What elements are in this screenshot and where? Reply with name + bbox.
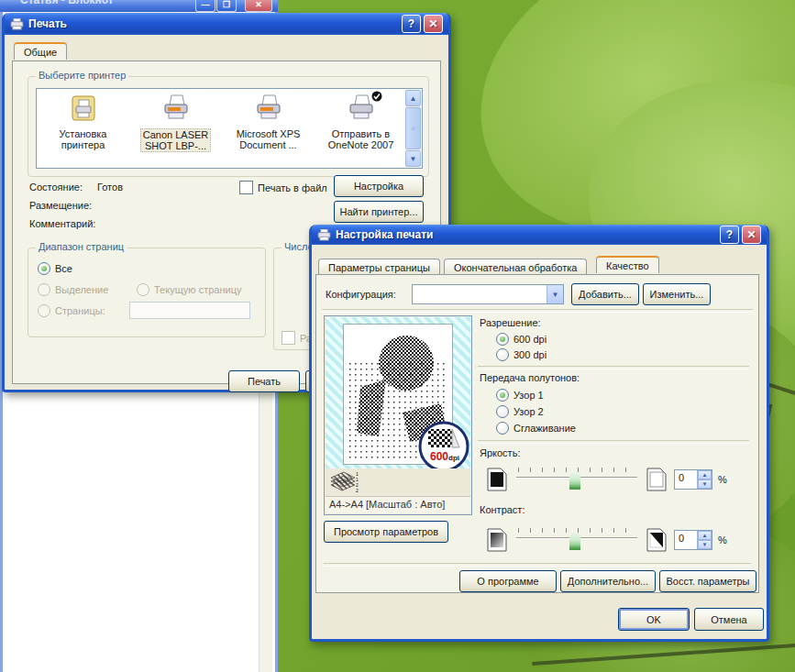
default-printer-check-icon bbox=[371, 91, 382, 102]
help-button[interactable]: ? bbox=[720, 226, 739, 244]
configuration-label: Конфигурация: bbox=[326, 289, 396, 300]
divider bbox=[478, 440, 749, 444]
radio-dot[interactable] bbox=[38, 283, 50, 296]
checkbox-box[interactable] bbox=[239, 181, 253, 194]
location-label: Размещение: bbox=[29, 200, 92, 211]
background-window-titlebar[interactable]: Статья - Блокнот — ❐ ✕ bbox=[0, 0, 278, 12]
add-printer-icon bbox=[68, 94, 99, 124]
brightness-spinner[interactable]: 0 ▲▼ bbox=[674, 469, 712, 490]
print-dialog-titlebar[interactable]: Печать ? ✕ bbox=[5, 13, 448, 35]
add-button[interactable]: Добавить... bbox=[571, 283, 639, 305]
chevron-down-icon[interactable]: ▼ bbox=[547, 285, 563, 303]
status-label: Состояние: bbox=[29, 182, 83, 193]
print-button[interactable]: Печать bbox=[228, 370, 300, 392]
pages-input[interactable] bbox=[129, 302, 250, 319]
radio-600dpi[interactable]: 600 dpi bbox=[496, 333, 547, 346]
radio-pattern2[interactable]: Узор 2 bbox=[496, 405, 544, 418]
preferences-button[interactable]: Настройка bbox=[334, 175, 424, 197]
printer-icon bbox=[10, 18, 24, 30]
print-to-file-checkbox[interactable]: Печать в файл bbox=[239, 181, 327, 194]
printer-list-scrollbar[interactable]: ▲ ≡ ▼ bbox=[405, 90, 421, 167]
radio-pages[interactable]: Страницы: bbox=[38, 304, 105, 317]
radio-selection[interactable]: Выделение bbox=[38, 283, 108, 296]
radio-dot[interactable] bbox=[496, 389, 509, 402]
brightness-slider[interactable] bbox=[516, 468, 637, 479]
spin-down-icon[interactable]: ▼ bbox=[698, 540, 712, 549]
minimize-button[interactable]: — bbox=[195, 0, 215, 12]
low-contrast-page-icon bbox=[487, 528, 507, 552]
preview-hatch-area: 600dpi bbox=[326, 317, 470, 468]
about-button[interactable]: О программе bbox=[459, 570, 557, 592]
help-button[interactable]: ? bbox=[402, 15, 421, 33]
restore-button[interactable]: ❐ bbox=[216, 0, 237, 12]
contrast-label: Контраст: bbox=[480, 504, 524, 515]
tab-general[interactable]: Общие bbox=[14, 42, 67, 60]
cancel-button[interactable]: Отмена bbox=[694, 608, 764, 631]
radio-pattern1[interactable]: Узор 1 bbox=[496, 389, 544, 402]
radio-dot[interactable] bbox=[137, 283, 149, 296]
divider bbox=[324, 563, 751, 567]
scroll-down-icon[interactable]: ▼ bbox=[405, 150, 421, 167]
slider-ticks bbox=[518, 468, 637, 472]
settings-dialog-title: Настройка печати bbox=[336, 228, 717, 241]
svg-text:2: 2 bbox=[356, 488, 359, 493]
divider bbox=[478, 366, 749, 369]
printer-icon bbox=[317, 229, 331, 241]
radio-dot[interactable] bbox=[496, 405, 509, 418]
restore-defaults-button[interactable]: Восст. параметры bbox=[659, 570, 756, 592]
radio-current-page[interactable]: Текущую страницу bbox=[137, 283, 241, 296]
printer-icon bbox=[160, 94, 192, 124]
printer-icon bbox=[253, 94, 284, 124]
settings-dialog-titlebar[interactable]: Настройка печати ? ✕ bbox=[312, 225, 767, 245]
tab-page-setup[interactable]: Параметры страницы bbox=[318, 259, 440, 275]
page-range-label: Диапазон страниц bbox=[36, 241, 127, 252]
slider-thumb[interactable] bbox=[569, 530, 580, 550]
ok-button[interactable]: OK bbox=[618, 608, 690, 631]
background-window-title: Статья - Блокнот bbox=[20, 0, 278, 6]
radio-smoothing[interactable]: Сглаживание bbox=[496, 422, 576, 435]
contrast-slider[interactable] bbox=[516, 528, 637, 539]
quality-tabpage: Конфигурация: ▼ Добавить... Изменить... bbox=[315, 274, 759, 593]
printer-item-canon[interactable]: Canon LASERSHOT LBP-... bbox=[129, 89, 222, 168]
close-button[interactable]: ✕ bbox=[424, 15, 443, 33]
status-value: Готов bbox=[97, 182, 123, 193]
radio-dot[interactable] bbox=[496, 333, 509, 346]
radio-dot[interactable] bbox=[38, 304, 50, 317]
scroll-up-icon[interactable]: ▲ bbox=[405, 90, 421, 106]
halftones-label: Передача полутонов: bbox=[480, 372, 580, 383]
radio-300dpi[interactable]: 300 dpi bbox=[496, 348, 547, 361]
radio-all-pages[interactable]: Все bbox=[38, 262, 72, 275]
printer-name: Canon LASERSHOT LBP-... bbox=[140, 128, 212, 152]
view-settings-button[interactable]: Просмотр параметров bbox=[324, 521, 448, 543]
spin-up-icon[interactable]: ▲ bbox=[698, 531, 712, 540]
printer-item-add-printer[interactable]: Установкапринтера bbox=[37, 89, 129, 168]
advanced-button[interactable]: Дополнительно... bbox=[560, 570, 656, 592]
high-contrast-page-icon bbox=[646, 528, 667, 552]
resolution-label: Разрешение: bbox=[480, 317, 541, 328]
dpi-zoom-badge: 600dpi bbox=[417, 420, 470, 473]
spin-down-icon[interactable]: ▼ bbox=[698, 479, 712, 489]
page-range-group: Диапазон страниц Все Выделение Текущую с… bbox=[28, 248, 266, 337]
printer-name: Microsoft XPSDocument ... bbox=[235, 128, 303, 150]
tab-finishing[interactable]: Окончательная обработка bbox=[444, 259, 587, 275]
spin-up-icon[interactable]: ▲ bbox=[698, 470, 712, 479]
close-button[interactable]: ✕ bbox=[742, 226, 761, 244]
checkbox-box[interactable] bbox=[282, 331, 295, 345]
printer-item-onenote[interactable]: Отправить вOneNote 2007 bbox=[315, 89, 407, 168]
printer-name: Установкапринтера bbox=[58, 128, 109, 150]
tab-quality[interactable]: Качество bbox=[596, 256, 659, 273]
find-printer-button[interactable]: Найти принтер... bbox=[334, 201, 424, 223]
slider-thumb[interactable] bbox=[569, 469, 580, 490]
configuration-combobox[interactable]: ▼ bbox=[412, 284, 564, 304]
edit-button[interactable]: Изменить... bbox=[643, 283, 711, 305]
scrollbar-thumb[interactable]: ≡ bbox=[405, 107, 421, 149]
printer-item-xps[interactable]: Microsoft XPSDocument ... bbox=[222, 89, 315, 168]
contrast-spinner[interactable]: 0 ▲▼ bbox=[674, 530, 712, 550]
desktop: Статья - Блокнот — ❐ ✕ Печать ? ✕ Общие … bbox=[0, 0, 795, 672]
brightness-label: Яркость: bbox=[480, 447, 520, 458]
radio-dot[interactable] bbox=[38, 262, 50, 275]
printer-list[interactable]: Установкапринтера Canon LASERSHOT LBP-..… bbox=[36, 88, 423, 169]
radio-dot[interactable] bbox=[496, 348, 509, 361]
close-icon[interactable]: ✕ bbox=[245, 0, 272, 12]
radio-dot[interactable] bbox=[496, 422, 509, 435]
